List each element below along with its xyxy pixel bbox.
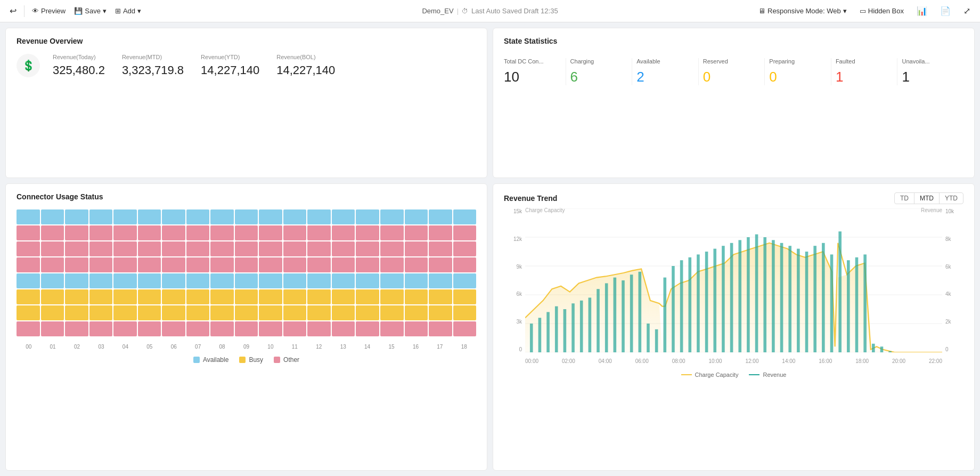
tab-mtd[interactable]: MTD <box>914 193 940 204</box>
svg-rect-42 <box>830 254 834 352</box>
connector-cell <box>429 305 452 320</box>
connector-cell <box>89 273 113 288</box>
connector-cell <box>283 273 307 288</box>
connector-cell <box>113 257 137 272</box>
y-left-2: 9k <box>514 264 524 270</box>
connector-cell <box>356 289 379 304</box>
connector-cell <box>453 209 477 224</box>
state-total-value: 10 <box>504 69 561 85</box>
add-button[interactable]: ⊞ Add ▾ <box>112 5 144 17</box>
svg-rect-10 <box>564 309 567 352</box>
connector-cell <box>41 225 64 240</box>
svg-rect-17 <box>622 280 625 352</box>
connector-x-label: 05 <box>137 344 161 350</box>
saved-label: Last Auto Saved Draft 12:35 <box>471 7 558 15</box>
svg-rect-46 <box>863 254 867 352</box>
capacity-legend-label: Charge Capacity <box>695 372 739 378</box>
x-label-1: 02:00 <box>562 358 575 364</box>
connector-cell <box>332 225 355 240</box>
legend-other-dot <box>274 357 280 363</box>
svg-rect-15 <box>605 283 608 352</box>
hidden-box-button[interactable]: ▭ Hidden Box <box>856 5 907 17</box>
responsive-label: Responsive Mode: Web <box>767 7 841 15</box>
revenue-legend-line <box>749 374 760 375</box>
connector-cell <box>41 289 64 304</box>
chart-svg <box>525 208 942 352</box>
x-label-8: 16:00 <box>819 358 832 364</box>
dashboard: Revenue Overview 💲 Revenue(Today) 325,48… <box>0 22 980 476</box>
connector-cell <box>89 241 113 256</box>
preview-button[interactable]: 👁 Preview <box>29 5 69 17</box>
connector-cell <box>453 273 477 288</box>
tab-ytd[interactable]: YTD <box>940 193 963 204</box>
svg-rect-20 <box>647 324 650 352</box>
connector-cell <box>380 289 404 304</box>
connector-cell <box>380 209 404 224</box>
connector-cell <box>453 241 477 256</box>
connector-x-label: 03 <box>89 344 113 350</box>
connector-cell <box>41 273 64 288</box>
connector-cell <box>17 321 40 336</box>
connector-cell <box>259 225 282 240</box>
connector-cell <box>186 209 210 224</box>
connector-cell <box>186 225 210 240</box>
metric-ytd-value: 14,227,140 <box>201 63 259 77</box>
save-label: Save <box>85 7 101 15</box>
expand-icon-button[interactable]: ⤢ <box>960 4 974 18</box>
responsive-icon: 🖥 <box>758 7 765 15</box>
connector-cell <box>332 321 355 336</box>
connector-x-label: 13 <box>331 344 355 350</box>
legend-available: Available <box>193 356 228 364</box>
connector-cell <box>307 321 331 336</box>
connector-cell <box>283 241 307 256</box>
connector-cell <box>380 273 404 288</box>
state-faulted-label: Faulted <box>836 58 893 64</box>
connector-cell <box>162 225 185 240</box>
y-right-0: 10k <box>943 208 956 214</box>
connector-cell <box>162 305 185 320</box>
connector-x-label: 02 <box>65 344 89 350</box>
connector-cell <box>113 241 137 256</box>
connector-cell <box>405 305 428 320</box>
connector-row <box>17 225 476 240</box>
connector-row <box>17 209 476 224</box>
connector-cell <box>210 241 234 256</box>
connector-cell <box>210 257 234 272</box>
svg-rect-13 <box>589 297 592 352</box>
connector-usage-title: Connector Usage Status <box>17 192 476 201</box>
trend-legend-revenue: Revenue <box>749 372 786 378</box>
svg-rect-31 <box>738 240 741 352</box>
state-preparing-label: Preparing <box>769 58 827 64</box>
trend-header: Revenue Trend TD MTD YTD <box>504 192 963 204</box>
chart-x-axis: 00:00 02:00 04:00 06:00 08:00 10:00 12:0… <box>525 353 942 368</box>
legend-busy-dot <box>239 357 246 363</box>
file-icon-button[interactable]: 📄 <box>937 4 954 18</box>
responsive-mode-button[interactable]: 🖥 Responsive Mode: Web ▾ <box>755 5 850 17</box>
connector-cell <box>283 305 307 320</box>
connector-cell <box>162 321 185 336</box>
connector-cell <box>356 209 379 224</box>
connector-cell <box>259 209 282 224</box>
tab-td[interactable]: TD <box>895 193 914 204</box>
connector-cell <box>283 321 307 336</box>
back-button[interactable]: ↩ <box>6 4 20 18</box>
connector-cell <box>186 321 210 336</box>
y-right-3: 4k <box>943 291 953 297</box>
save-icon: 💾 <box>74 7 83 15</box>
connector-cell <box>453 305 477 320</box>
connector-cell <box>186 257 210 272</box>
connector-cell <box>113 321 137 336</box>
chart-icon-button[interactable]: 📊 <box>913 4 930 18</box>
capacity-legend-line <box>681 374 692 375</box>
connector-cell <box>453 289 477 304</box>
connector-x-label: 14 <box>355 344 379 350</box>
connector-cell <box>453 225 477 240</box>
connector-cell <box>65 257 88 272</box>
connector-x-label: 06 <box>162 344 186 350</box>
connector-usage-card: Connector Usage Status 00010203040506070… <box>5 183 487 471</box>
connector-cell <box>283 289 307 304</box>
connector-cell <box>210 321 234 336</box>
connector-x-label: 07 <box>186 344 210 350</box>
save-button[interactable]: 💾 Save ▾ <box>71 5 110 17</box>
connector-cell <box>162 289 185 304</box>
